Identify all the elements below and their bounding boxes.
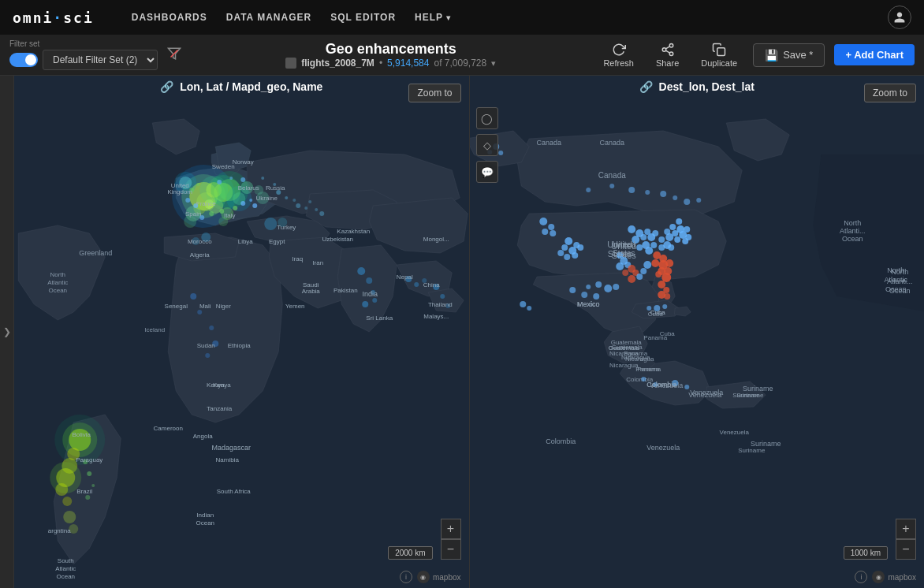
save-icon: 💾 [765, 49, 778, 61]
zoom-out-button-left[interactable]: − [441, 539, 461, 560]
zoom-in-button-left[interactable]: + [441, 519, 461, 539]
map-panel-left: Greenland North Atlantic Ocean Iceland S… [14, 76, 470, 588]
svg-point-266 [593, 293, 599, 300]
top-navigation: omni·sci DASHBOARDS DATA MANAGER SQL EDI… [0, 0, 924, 35]
svg-point-261 [673, 195, 677, 200]
svg-text:Atlantic: Atlantic [55, 565, 76, 572]
svg-point-258 [628, 187, 635, 193]
svg-point-62 [190, 293, 196, 300]
filter-clear-button[interactable] [164, 43, 184, 67]
svg-point-220 [640, 234, 646, 240]
duplicate-button[interactable]: Duplicate [695, 39, 743, 71]
svg-point-49 [217, 180, 222, 184]
svg-point-66 [205, 353, 210, 358]
datasource-name: flights_2008_7M [301, 58, 374, 69]
svg-point-249 [542, 229, 548, 235]
add-chart-button[interactable]: + Add Chart [834, 44, 915, 65]
svg-text:Mali: Mali [199, 303, 211, 310]
zoom-controls-left: + − [441, 519, 461, 560]
svg-text:Suriname: Suriname [738, 447, 766, 454]
svg-point-190 [669, 224, 676, 230]
lasso-polygon-tool[interactable]: ◇ [476, 134, 498, 156]
svg-text:Ocean: Ocean [889, 287, 910, 295]
zoom-to-button-left[interactable]: Zoom to [408, 84, 460, 102]
svg-point-264 [569, 287, 576, 293]
toolbar-actions: Refresh Share Duplicate 💾 Save * + Add C… [597, 39, 915, 71]
map-tools-right: ◯ ◇ 💬 [476, 107, 498, 183]
svg-text:Cameroon: Cameroon [154, 425, 183, 432]
svg-text:South Africa: South Africa [217, 488, 251, 495]
lasso-circle-tool[interactable]: ◯ [476, 107, 498, 129]
svg-point-3 [662, 47, 666, 51]
svg-text:Iraq: Iraq [292, 255, 303, 262]
zoom-in-button-right[interactable]: + [896, 519, 916, 539]
datasource-row: flights_2008_7M • 5,914,584 of 7,009,728… [285, 58, 496, 69]
svg-text:Uzbekistan: Uzbekistan [322, 236, 353, 243]
map-footer-left: i ◉ mapbox [400, 571, 461, 583]
nav-data-manager[interactable]: DATA MANAGER [226, 9, 311, 26]
svg-text:Panama: Panama [637, 366, 661, 373]
svg-point-202 [658, 244, 665, 251]
svg-text:Guatemala: Guatemala [611, 344, 643, 351]
zoom-out-button-right[interactable]: − [896, 539, 916, 560]
svg-text:Madagascar: Madagascar [211, 444, 251, 452]
svg-point-268 [595, 281, 602, 288]
nav-sql-editor[interactable]: SQL EDITOR [330, 9, 396, 26]
svg-point-239 [564, 237, 572, 245]
svg-text:Atlanti...: Atlanti... [839, 227, 865, 235]
svg-text:Paraguay: Paraguay [76, 456, 102, 463]
share-button[interactable]: Share [650, 39, 685, 71]
svg-point-200 [658, 236, 665, 243]
datasource-chevron[interactable]: ▾ [491, 58, 496, 69]
svg-text:North: North [50, 271, 65, 278]
svg-point-254 [520, 301, 526, 307]
filter-set-select[interactable]: Default Filter Set (2) [43, 50, 158, 70]
scale-bar-label-left: 2000 km [388, 546, 432, 560]
svg-text:Ocean: Ocean [48, 287, 67, 294]
sidebar-collapse-button[interactable]: ❯ [0, 76, 14, 588]
save-button[interactable]: 💾 Save * [753, 43, 825, 67]
svg-text:Cuba: Cuba [650, 309, 665, 316]
svg-text:Suriname: Suriname [750, 440, 781, 448]
svg-point-85 [55, 483, 68, 496]
filter-set-toggle[interactable] [9, 53, 38, 67]
toolbar: Filter set Default Filter Set (2) Geo en… [0, 35, 924, 76]
svg-text:Ocean: Ocean [196, 519, 214, 527]
svg-text:Atlantic: Atlantic [47, 279, 68, 286]
svg-point-216 [664, 293, 670, 300]
svg-text:Nicaragua: Nicaragua [625, 355, 654, 363]
svg-text:Venezuela: Venezuela [688, 391, 721, 399]
record-count-highlighted: 5,914,584 [387, 58, 429, 69]
svg-point-233 [622, 270, 628, 276]
zoom-to-button-right[interactable]: Zoom to [864, 84, 916, 102]
svg-text:United: United [612, 240, 635, 249]
svg-point-227 [645, 247, 653, 255]
svg-point-64 [209, 326, 214, 330]
svg-point-33 [264, 218, 277, 230]
svg-text:Belarus: Belarus [238, 184, 259, 192]
svg-point-259 [645, 190, 650, 195]
svg-point-51 [240, 177, 245, 182]
svg-point-71 [372, 298, 377, 303]
svg-text:Cuba: Cuba [659, 330, 675, 337]
svg-point-87 [63, 511, 76, 523]
svg-point-73 [414, 282, 419, 287]
user-menu-button[interactable] [888, 6, 911, 29]
svg-text:Venezuela: Venezuela [719, 429, 749, 436]
svg-text:States: States [613, 249, 635, 258]
nav-dashboards[interactable]: DASHBOARDS [132, 9, 207, 26]
comment-tool[interactable]: 💬 [476, 161, 498, 183]
svg-line-6 [665, 46, 669, 48]
svg-point-2 [669, 43, 673, 47]
map-info-icon-right[interactable]: i [855, 571, 867, 583]
refresh-button[interactable]: Refresh [597, 39, 640, 71]
nav-help[interactable]: HELP [415, 9, 451, 26]
map-info-icon-left[interactable]: i [400, 571, 412, 583]
svg-point-90 [87, 471, 91, 476]
svg-point-68 [366, 277, 372, 284]
svg-text:Sri Lanka: Sri Lanka [366, 314, 393, 322]
svg-point-225 [650, 242, 657, 248]
mapbox-logo-left: ◉ mapbox [417, 571, 461, 583]
svg-point-260 [660, 191, 666, 197]
svg-line-1 [171, 50, 178, 57]
